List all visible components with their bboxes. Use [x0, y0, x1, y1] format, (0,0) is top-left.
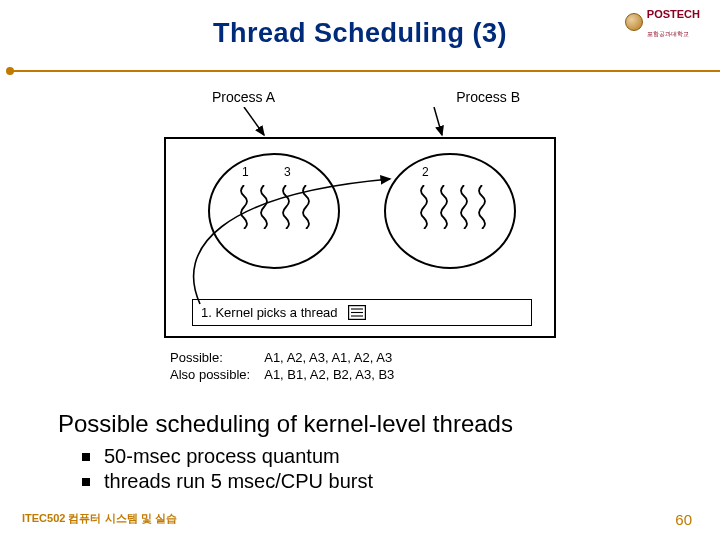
svg-line-0 — [244, 107, 264, 135]
process-a-label: Process A — [212, 89, 275, 105]
body-bullets: 50-msec process quantum threads run 5 ms… — [82, 444, 692, 494]
svg-line-1 — [434, 107, 442, 135]
scheduling-diagram: Process A Process B 1 3 2 — [164, 89, 556, 384]
logo-text-wrap: POSTECH 포항공과대학교 — [647, 4, 700, 40]
thread-index-3: 3 — [284, 165, 291, 179]
process-b-circle: 2 — [384, 153, 516, 269]
kernel-caption-text: 1. Kernel picks a thread — [201, 305, 338, 320]
process-labels-row: Process A Process B — [164, 89, 556, 105]
run-queue-icon — [348, 305, 366, 320]
circles-row: 1 3 2 — [186, 153, 538, 269]
body-text: Possible scheduling of kernel-level thre… — [58, 410, 692, 494]
slide-footer: ITEC502 컴퓨터 시스템 및 실습 60 — [0, 511, 720, 528]
also-possible-sequence: A1, B1, A2, B2, A3, B3 — [264, 367, 406, 382]
kernel-caption-box: 1. Kernel picks a thread — [192, 299, 532, 326]
possible-sequences: Possible: A1, A2, A3, A1, A2, A3 Also po… — [168, 348, 556, 384]
thread-squiggle-icon — [458, 185, 470, 229]
thread-squiggle-icon — [476, 185, 488, 229]
thread-squiggle-icon — [258, 185, 270, 229]
footer-course: ITEC502 컴퓨터 시스템 및 실습 — [22, 511, 177, 528]
label-arrows — [164, 107, 556, 137]
arrows-svg — [164, 107, 556, 137]
possible-label: Possible: — [170, 350, 262, 365]
logo-badge-icon — [625, 13, 643, 31]
process-b-label: Process B — [456, 89, 520, 105]
process-a-circle: 1 3 — [208, 153, 340, 269]
logo-text: POSTECH — [647, 8, 700, 20]
slide-title: Thread Scheduling (3) — [0, 18, 720, 49]
thread-squiggle-icon — [238, 185, 250, 229]
footer-page-number: 60 — [675, 511, 692, 528]
thread-index-1: 1 — [242, 165, 249, 179]
bullet-burst: threads run 5 msec/CPU burst — [82, 469, 692, 494]
thread-squiggle-icon — [280, 185, 292, 229]
title-rule — [0, 67, 720, 75]
body-heading: Possible scheduling of kernel-level thre… — [58, 410, 692, 438]
postech-logo: POSTECH 포항공과대학교 — [625, 4, 700, 40]
possible-sequence: A1, A2, A3, A1, A2, A3 — [264, 350, 406, 365]
also-possible-label: Also possible: — [170, 367, 262, 382]
thread-index-2: 2 — [422, 165, 429, 179]
bullet-quantum: 50-msec process quantum — [82, 444, 692, 469]
thread-squiggle-icon — [300, 185, 312, 229]
rule-line — [10, 70, 720, 72]
kernel-box: 1 3 2 — [164, 137, 556, 338]
logo-subtext: 포항공과대학교 — [647, 31, 689, 37]
slide-header: POSTECH 포항공과대학교 Thread Scheduling (3) — [0, 0, 720, 75]
thread-squiggle-icon — [438, 185, 450, 229]
thread-squiggle-icon — [418, 185, 430, 229]
